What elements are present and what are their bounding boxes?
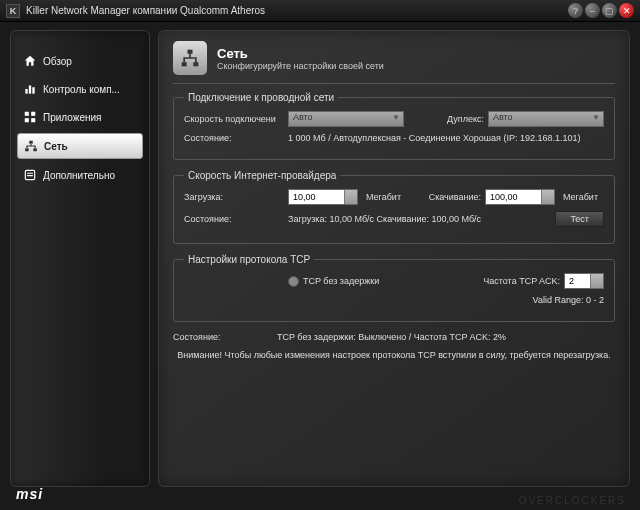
speed-select[interactable]: Авто [288, 111, 404, 127]
ack-label: Частота TCP ACK: [483, 276, 560, 286]
svg-rect-9 [33, 148, 37, 151]
brand-logo: msi [16, 486, 43, 502]
sidebar-item-network[interactable]: Сеть [17, 133, 143, 159]
titlebar: K Killer Network Manager компании Qualco… [0, 0, 640, 22]
network-header-icon [173, 41, 207, 75]
upload-input[interactable]: 10,00▲▼ [288, 189, 358, 205]
download-label: Скачивание: [421, 192, 481, 202]
maximize-button[interactable]: ▢ [602, 3, 617, 18]
sidebar-item-label: Обзор [43, 56, 72, 67]
svg-rect-13 [188, 50, 193, 54]
sidebar-item-label: Сеть [44, 141, 68, 152]
svg-rect-14 [182, 62, 187, 66]
sidebar-item-apps[interactable]: Приложения [17, 105, 143, 129]
isp-status-value: Загрузка: 10,00 Мб/с Скачивание: 100,00 … [288, 214, 551, 224]
app-logo: K [6, 4, 20, 18]
sidebar-item-label: Приложения [43, 112, 102, 123]
svg-rect-6 [31, 118, 35, 122]
ack-range: Valid Range: 0 - 2 [533, 295, 604, 305]
svg-rect-0 [25, 89, 27, 94]
svg-rect-3 [25, 112, 29, 116]
test-button[interactable]: Тест [555, 211, 604, 227]
chart-icon [23, 82, 37, 96]
isp-legend: Скорость Интернет-провайдера [184, 170, 340, 181]
watermark: OVERCLOCKERS [519, 495, 626, 506]
divider [173, 83, 615, 84]
wired-legend: Подключение к проводной сети [184, 92, 338, 103]
page-subtitle: Сконфигурируйте настройки своей сети [217, 61, 384, 71]
window-title: Killer Network Manager компании Qualcomm… [26, 5, 568, 16]
ack-input[interactable]: 2▲▼ [564, 273, 604, 289]
form-icon [23, 168, 37, 182]
svg-rect-8 [25, 148, 29, 151]
upload-unit: Мегабит [366, 192, 401, 202]
upload-label: Загрузка: [184, 192, 284, 202]
isp-status-label: Состояние: [184, 214, 284, 224]
warning-text: Внимание! Чтобы любые изменения настроек… [173, 350, 615, 360]
home-icon [23, 54, 37, 68]
svg-rect-5 [25, 118, 29, 122]
tcp-legend: Настройки протокола TCP [184, 254, 314, 265]
duplex-label: Дуплекс: [424, 114, 484, 124]
wired-status-value: 1 000 Мб / Автодуплексная - Соединение Х… [288, 133, 581, 143]
svg-rect-15 [193, 62, 198, 66]
speed-label: Скорость подключени [184, 114, 284, 124]
page-title: Сеть [217, 46, 384, 61]
wired-status-label: Состояние: [184, 133, 284, 143]
grid-icon [23, 110, 37, 124]
isp-section: Скорость Интернет-провайдера Загрузка: 1… [173, 170, 615, 244]
sidebar-item-extra[interactable]: Дополнительно [17, 163, 143, 187]
duplex-select[interactable]: Авто [488, 111, 604, 127]
close-button[interactable]: ✕ [619, 3, 634, 18]
download-unit: Мегабит [563, 192, 598, 202]
page-header: Сеть Сконфигурируйте настройки своей сет… [173, 41, 615, 75]
network-icon [24, 139, 38, 153]
sidebar-item-label: Контроль комп... [43, 84, 120, 95]
download-input[interactable]: 100,00▲▼ [485, 189, 555, 205]
sidebar-item-overview[interactable]: Обзор [17, 49, 143, 73]
tcp-section: Настройки протокола TCP TCP без задержки… [173, 254, 615, 322]
nodelay-label: TCP без задержки [303, 276, 379, 286]
sidebar: Обзор Контроль комп... Приложения Сеть Д… [10, 30, 150, 487]
svg-rect-7 [29, 141, 33, 144]
main-area: Обзор Контроль комп... Приложения Сеть Д… [0, 22, 640, 487]
minimize-button[interactable]: – [585, 3, 600, 18]
window-controls: ? – ▢ ✕ [568, 3, 634, 18]
wired-section: Подключение к проводной сети Скорость по… [173, 92, 615, 160]
svg-rect-1 [29, 86, 31, 94]
sidebar-item-label: Дополнительно [43, 170, 115, 181]
content-panel: Сеть Сконфигурируйте настройки своей сет… [158, 30, 630, 487]
svg-rect-2 [32, 87, 34, 93]
help-button[interactable]: ? [568, 3, 583, 18]
svg-rect-4 [31, 112, 35, 116]
radio-icon [288, 276, 299, 287]
tcp-nodelay-checkbox[interactable]: TCP без задержки [288, 276, 379, 287]
sidebar-item-control[interactable]: Контроль комп... [17, 77, 143, 101]
status-value: TCP без задержки: Выключено / Частота TC… [277, 332, 506, 342]
status-label: Состояние: [173, 332, 273, 342]
